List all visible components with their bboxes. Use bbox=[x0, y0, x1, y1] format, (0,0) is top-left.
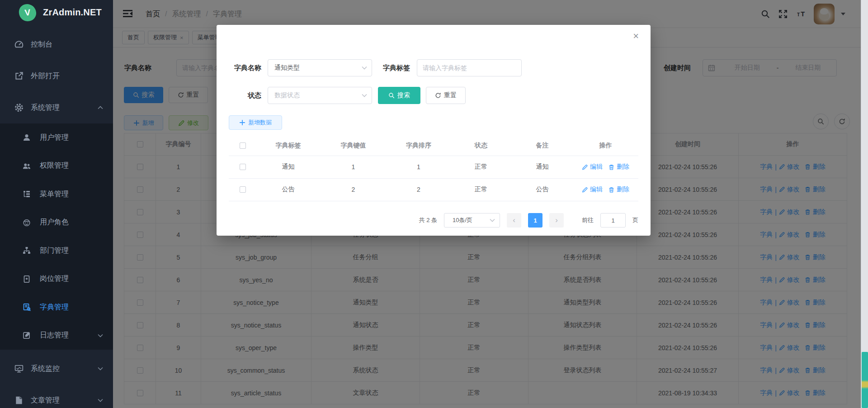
sidebar-subitem[interactable]: 菜单管理 bbox=[0, 180, 113, 209]
sidebar-item[interactable]: 控制台 bbox=[0, 28, 113, 60]
chevron-down-icon bbox=[362, 94, 367, 97]
scrollbar-thumb[interactable] bbox=[862, 352, 868, 408]
pagination-total: 共 2 条 bbox=[419, 216, 437, 224]
sidebar-subitem[interactable]: 日志管理 bbox=[0, 322, 113, 350]
modal-dict-name-select[interactable]: 通知类型 bbox=[268, 59, 372, 76]
modal-select-all-checkbox[interactable] bbox=[240, 142, 246, 149]
cell-remark: 通知 bbox=[512, 156, 573, 178]
modal-table-header-row: 字典标签 字典键值 字典排序 状态 备注 操作 bbox=[229, 136, 638, 156]
post-badge-icon bbox=[23, 275, 31, 283]
dict-data-table: 字典标签 字典键值 字典排序 状态 备注 操作 通知 1 1 正常 通知 bbox=[229, 136, 638, 201]
dict-data-dialog: × 字典名称 通知类型 字典标签 状态 数据状态 搜索 重置 新增数据 bbox=[217, 25, 651, 236]
edit-pencil-icon bbox=[582, 164, 588, 170]
user-icon bbox=[23, 133, 31, 142]
sidebar-subitem-label: 用户管理 bbox=[40, 133, 69, 142]
app-screen: V ZrAdmin.NET 控制台 外部打开 系统管理 用户管理 bbox=[0, 0, 868, 408]
sidebar-subitem[interactable]: 部门管理 bbox=[0, 237, 113, 265]
role-face-icon bbox=[23, 218, 31, 227]
header-status: 状态 bbox=[450, 136, 512, 156]
modal-reset-button[interactable]: 重置 bbox=[426, 87, 466, 104]
modal-table-row: 公告 2 2 正常 公告 编辑 删除 bbox=[229, 178, 638, 201]
dictionary-icon bbox=[23, 303, 31, 311]
refresh-icon bbox=[435, 92, 441, 99]
app-logo[interactable]: V ZrAdmin.NET bbox=[0, 0, 113, 25]
modal-row-checkbox[interactable] bbox=[240, 186, 246, 193]
users-icon bbox=[23, 162, 31, 170]
article-icon bbox=[14, 396, 24, 405]
sidebar-item-label: 系统管理 bbox=[31, 103, 60, 113]
modal-row-edit-link[interactable]: 编辑 bbox=[590, 163, 603, 171]
sidebar-submenu-system: 用户管理 权限管理 菜单管理 用户角色 部门管理 岗位管理 bbox=[0, 123, 113, 350]
modal-search-button[interactable]: 搜索 bbox=[378, 87, 420, 104]
sidebar-subitem-label: 权限管理 bbox=[40, 161, 69, 171]
prev-page-button[interactable]: ‹ bbox=[507, 213, 521, 228]
cell-dict-sort: 1 bbox=[387, 156, 450, 178]
cell-status: 正常 bbox=[450, 156, 512, 178]
modal-row-delete-link[interactable]: 删除 bbox=[617, 185, 629, 194]
sidebar-subitem[interactable]: 权限管理 bbox=[0, 152, 113, 180]
app-title: ZrAdmin.NET bbox=[43, 7, 102, 18]
sidebar-item[interactable]: 外部打开 bbox=[0, 60, 113, 92]
sidebar-subitem-label: 菜单管理 bbox=[40, 190, 69, 199]
modal-status-label: 状态 bbox=[224, 87, 261, 104]
sidebar-subitem-label: 日志管理 bbox=[40, 331, 69, 340]
sidebar-subitem[interactable]: 用户管理 bbox=[0, 123, 113, 152]
app-logo-icon: V bbox=[18, 3, 37, 22]
page-scrollbar bbox=[861, 0, 868, 408]
plus-icon bbox=[239, 119, 245, 126]
sidebar-item-label: 外部打开 bbox=[31, 71, 60, 81]
sidebar-menu-bottom: 系统监控 文章管理 bbox=[0, 353, 113, 408]
header-remark: 备注 bbox=[512, 136, 573, 156]
sidebar-item-label: 系统监控 bbox=[31, 364, 60, 374]
modal-table-row: 通知 1 1 正常 通知 编辑 删除 bbox=[229, 156, 638, 178]
trash-icon bbox=[609, 187, 614, 193]
cell-dict-key: 1 bbox=[320, 156, 387, 178]
log-edit-icon bbox=[23, 332, 31, 340]
modal-status-placeholder: 数据状态 bbox=[274, 91, 300, 100]
modal-pagination: 共 2 条 10条/页 ‹ 1 › 前往 页 bbox=[229, 211, 638, 230]
search-icon bbox=[388, 92, 395, 99]
sidebar-item[interactable]: 系统管理 bbox=[0, 92, 113, 123]
modal-row-delete-link[interactable]: 删除 bbox=[617, 163, 629, 171]
sidebar-item[interactable]: 文章管理 bbox=[0, 384, 113, 408]
cell-dict-key: 2 bbox=[320, 178, 387, 201]
sidebar-item-label: 控制台 bbox=[31, 40, 52, 49]
modal-dict-name-label: 字典名称 bbox=[224, 59, 261, 76]
header-dict-label: 字典标签 bbox=[257, 136, 320, 156]
cell-status: 正常 bbox=[450, 178, 512, 201]
chevron-down-icon bbox=[362, 66, 367, 70]
sidebar-subitem[interactable]: 字典管理 bbox=[0, 293, 113, 322]
current-page-button[interactable]: 1 bbox=[528, 213, 542, 228]
chevron-down-icon bbox=[98, 367, 103, 370]
page-size-select[interactable]: 10条/页 bbox=[444, 213, 500, 228]
modal-row-edit-link[interactable]: 编辑 bbox=[590, 185, 603, 194]
modal-close-icon[interactable]: × bbox=[633, 31, 639, 41]
external-link-icon bbox=[14, 71, 24, 81]
sidebar: V ZrAdmin.NET 控制台 外部打开 系统管理 用户管理 bbox=[0, 0, 113, 408]
sidebar-subitem-label: 岗位管理 bbox=[40, 274, 69, 284]
sidebar-subitem[interactable]: 岗位管理 bbox=[0, 265, 113, 294]
modal-dict-tag-input[interactable] bbox=[417, 59, 522, 76]
next-page-button[interactable]: › bbox=[549, 213, 564, 228]
page-size-value: 10条/页 bbox=[453, 216, 472, 224]
header-dict-key: 字典键值 bbox=[320, 136, 387, 156]
sidebar-item[interactable]: 系统监控 bbox=[0, 353, 113, 384]
sidebar-subitem[interactable]: 用户角色 bbox=[0, 209, 113, 237]
modal-add-data-button[interactable]: 新增数据 bbox=[229, 115, 282, 130]
dashboard-icon bbox=[14, 40, 24, 49]
goto-label: 前往 bbox=[582, 216, 594, 224]
goto-page-input[interactable] bbox=[600, 213, 626, 228]
modal-row-checkbox[interactable] bbox=[240, 164, 246, 170]
cell-dict-label: 公告 bbox=[257, 178, 320, 201]
monitor-icon bbox=[14, 364, 24, 373]
sidebar-menu-top: 控制台 外部打开 系统管理 bbox=[0, 28, 113, 123]
page-unit-label: 页 bbox=[632, 216, 638, 224]
sidebar-subitem-label: 字典管理 bbox=[40, 303, 69, 312]
modal-dict-tag-label: 字典标签 bbox=[373, 59, 410, 76]
chevron-down-icon bbox=[490, 218, 495, 222]
sidebar-subitem-label: 用户角色 bbox=[40, 218, 69, 227]
header-dict-sort: 字典排序 bbox=[387, 136, 450, 156]
sidebar-subitem-label: 部门管理 bbox=[40, 246, 69, 256]
header-actions: 操作 bbox=[573, 136, 638, 156]
modal-status-select[interactable]: 数据状态 bbox=[268, 87, 372, 104]
